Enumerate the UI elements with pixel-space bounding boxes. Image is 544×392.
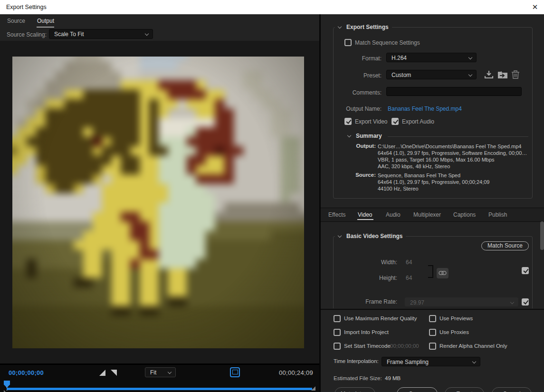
export-audio-label: Export Audio <box>402 118 434 125</box>
chevron-down-icon <box>338 234 342 238</box>
size-constrain-checkbox[interactable] <box>522 267 529 274</box>
import-into-project-checkbox[interactable] <box>334 329 341 336</box>
tab-publish[interactable]: Publish <box>488 211 507 218</box>
chevron-down-icon <box>145 32 149 36</box>
import-preset-icon[interactable] <box>497 69 508 80</box>
frame-rate-label: Frame Rate: <box>321 298 397 305</box>
source-scaling-dropdown[interactable]: Scale To Fit <box>49 29 153 39</box>
out-point-icon[interactable] <box>111 370 117 376</box>
settings-tabs: Effects Video Audio Multiplexer Captions… <box>321 208 544 222</box>
crop-output-icon[interactable] <box>230 367 240 377</box>
export-settings-dialog: Export Settings ✕ Source Output Source S… <box>0 0 544 392</box>
close-icon[interactable]: ✕ <box>530 3 540 11</box>
chevron-down-icon <box>510 300 514 304</box>
transport-bar: 00;00;00;00 Fit 00;00;24;09 <box>0 363 319 392</box>
render-alpha-label: Render Alpha Channel Only <box>439 343 507 349</box>
in-point-icon[interactable] <box>99 370 105 376</box>
summary-source-line: 44100 Hz, Stereo <box>378 185 419 192</box>
time-interpolation-dropdown[interactable]: Frame Sampling <box>382 357 480 366</box>
settings-panel: Export Settings Match Sequence Settings … <box>319 14 544 392</box>
tab-video[interactable]: Video <box>358 211 372 218</box>
duration-timecode: 00;00;24;09 <box>279 369 313 376</box>
height-label: Height: <box>321 275 397 281</box>
tab-output[interactable]: Output <box>37 18 54 24</box>
tab-video-underline <box>357 219 373 220</box>
output-name-label: Output Name: <box>321 105 382 112</box>
use-proxies-checkbox[interactable] <box>429 329 436 336</box>
set-start-timecode-checkbox[interactable] <box>334 343 341 350</box>
summary-output-line: C:\User…\OneDrive\Documents\Bananas Feel… <box>378 143 521 150</box>
preset-label: Preset: <box>321 72 382 79</box>
summary-output-line: AAC, 320 kbps, 48 kHz, Stereo <box>378 163 450 170</box>
export-button[interactable]: Export <box>445 387 484 392</box>
basic-video-settings-header[interactable]: Basic Video Settings <box>335 233 406 240</box>
delete-preset-icon[interactable] <box>511 69 520 80</box>
cancel-button[interactable]: Cancel <box>492 387 532 392</box>
width-height-bracket <box>428 265 433 278</box>
preview-area <box>0 41 319 363</box>
summary-output-label: Output: <box>321 143 376 149</box>
export-settings-header[interactable]: Export Settings <box>335 24 392 31</box>
tab-source[interactable]: Source <box>7 18 25 24</box>
use-proxies-label: Use Proxies <box>439 329 469 335</box>
tab-multiplexer[interactable]: Multiplexer <box>413 211 441 218</box>
format-dropdown[interactable]: H.264 <box>386 53 477 62</box>
render-alpha-checkbox[interactable] <box>429 343 436 350</box>
scrubber-left-handle[interactable] <box>4 390 8 392</box>
start-timecode-value: 00;00;00;00 <box>390 343 419 349</box>
tab-effects[interactable]: Effects <box>328 211 345 218</box>
scrubber-right-handle[interactable] <box>311 386 315 391</box>
summary-header[interactable]: Summary <box>344 133 385 140</box>
output-name-link[interactable]: Bananas Feel The Sped.mp4 <box>388 105 462 112</box>
summary-source-line: 64x64 (1.0), 29.97 fps, Progressive, 00;… <box>378 179 489 185</box>
chevron-down-icon <box>472 360 476 363</box>
link-width-height-button[interactable] <box>437 268 449 278</box>
frame-rate-dropdown: 29.97 <box>405 297 518 306</box>
summary-output-line: VBR, 1 pass, Target 16.00 Mbps, Max 16.0… <box>378 156 495 163</box>
source-scaling-label: Source Scaling: <box>7 31 47 38</box>
tab-captions[interactable]: Captions <box>453 211 476 218</box>
use-previews-label: Use Previews <box>439 316 473 321</box>
export-video-checkbox[interactable] <box>344 118 352 125</box>
match-source-button[interactable]: Match Source <box>481 241 529 250</box>
summary-divider <box>388 136 528 137</box>
queue-button[interactable]: Queue <box>397 387 438 392</box>
import-into-project-label: Import Into Project <box>344 329 389 335</box>
preview-panel: Source Output Source Scaling: Scale To F… <box>0 14 319 392</box>
preview-vignette <box>12 57 304 348</box>
chevron-down-icon <box>338 25 342 29</box>
summary-output-line: 64x64 (1.0), 29.97 fps, Progressive, Sof… <box>378 150 527 156</box>
window-title: Export Settings <box>6 4 47 10</box>
scrubber-bar[interactable] <box>7 388 312 390</box>
tab-audio[interactable]: Audio <box>386 211 401 218</box>
match-sequence-settings-checkbox[interactable] <box>344 39 352 46</box>
current-timecode[interactable]: 00;00;00;00 <box>9 369 44 376</box>
chevron-down-icon <box>347 134 351 137</box>
format-label: Format: <box>321 55 382 62</box>
preview-tabs: Source Output <box>0 14 319 28</box>
estimated-file-size-value: 49 MB <box>385 375 401 381</box>
frame-rate-checkbox[interactable] <box>522 298 529 306</box>
preset-dropdown[interactable]: Custom <box>386 70 477 79</box>
export-video-label: Export Video <box>355 118 388 125</box>
summary-source-line: Sequence, Bananas Feel The Sped <box>378 172 460 179</box>
comments-input[interactable] <box>386 87 522 96</box>
comments-label: Comments: <box>321 89 382 96</box>
scrollbar-thumb[interactable] <box>540 221 544 250</box>
chevron-down-icon <box>168 370 172 374</box>
use-max-render-quality-label: Use Maximum Render Quality <box>344 316 417 321</box>
metadata-button[interactable]: Metadata... <box>334 387 375 392</box>
time-interpolation-label: Time Interpolation: <box>334 358 379 364</box>
save-preset-icon[interactable] <box>484 69 494 80</box>
height-value[interactable]: 64 <box>406 275 412 281</box>
dialog-content: Source Output Source Scaling: Scale To F… <box>0 14 544 392</box>
source-scaling-row: Source Scaling: Scale To Fit <box>0 28 319 41</box>
zoom-dropdown[interactable]: Fit <box>145 367 176 377</box>
use-max-render-quality-checkbox[interactable] <box>334 315 341 322</box>
chevron-down-icon <box>468 56 472 59</box>
estimated-file-size-label: Estimated File Size: <box>334 375 382 381</box>
width-value[interactable]: 64 <box>406 259 412 266</box>
use-previews-checkbox[interactable] <box>429 315 436 322</box>
export-audio-checkbox[interactable] <box>391 118 399 125</box>
width-label: Width: <box>321 259 397 266</box>
